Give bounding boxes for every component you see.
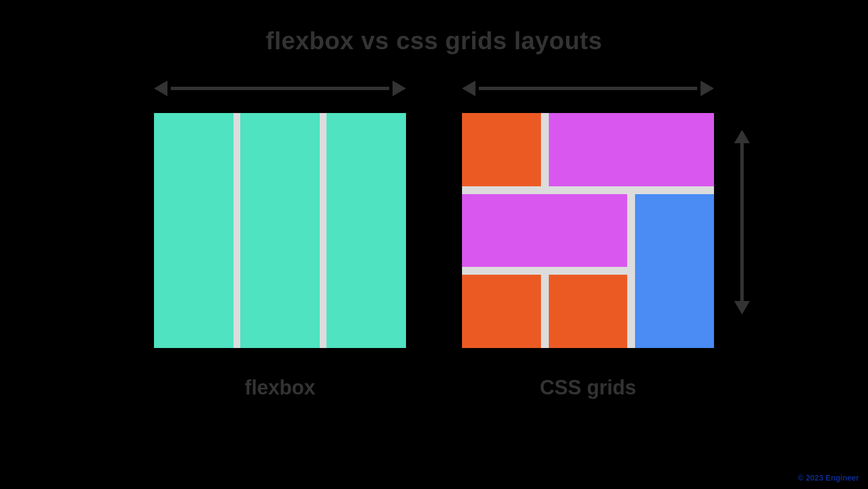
grid-horizontal-arrow bbox=[462, 77, 714, 100]
arrow-left-icon bbox=[154, 81, 167, 96]
grid-diagram-wrapper bbox=[462, 113, 714, 348]
arrow-line bbox=[740, 143, 744, 301]
flexbox-caption: flexbox bbox=[245, 376, 315, 399]
arrow-line bbox=[171, 87, 389, 90]
arrow-right-icon bbox=[701, 81, 714, 96]
grid-diagram bbox=[462, 113, 714, 348]
flexbox-horizontal-arrow bbox=[154, 77, 406, 100]
arrow-left-icon bbox=[462, 81, 475, 96]
grid-cell-orange bbox=[462, 113, 541, 186]
flexbox-item bbox=[240, 113, 320, 348]
arrow-up-icon bbox=[734, 130, 750, 143]
watermark-text: © 2023 Engineer bbox=[798, 473, 859, 482]
flexbox-item bbox=[326, 113, 406, 348]
flexbox-inner bbox=[154, 113, 406, 348]
arrow-line bbox=[479, 87, 697, 90]
grid-cell-magenta bbox=[462, 194, 627, 267]
grid-caption: CSS grids bbox=[540, 376, 636, 399]
grid-column: CSS grids bbox=[462, 77, 714, 399]
grid-vertical-arrow bbox=[731, 130, 753, 314]
grid-cell-orange bbox=[549, 275, 628, 348]
grid-cell-magenta bbox=[549, 113, 714, 186]
grid-cell-blue bbox=[635, 194, 714, 348]
diagram-title: flexbox vs css grids layouts bbox=[0, 0, 868, 55]
arrow-down-icon bbox=[734, 301, 750, 314]
grid-cell-orange bbox=[462, 275, 541, 348]
flexbox-item bbox=[154, 113, 234, 348]
flexbox-column: flexbox bbox=[154, 77, 406, 399]
grid-inner bbox=[462, 113, 714, 348]
diagram-columns: flexbox bbox=[0, 77, 868, 399]
flexbox-diagram bbox=[154, 113, 406, 348]
arrow-right-icon bbox=[393, 81, 406, 96]
